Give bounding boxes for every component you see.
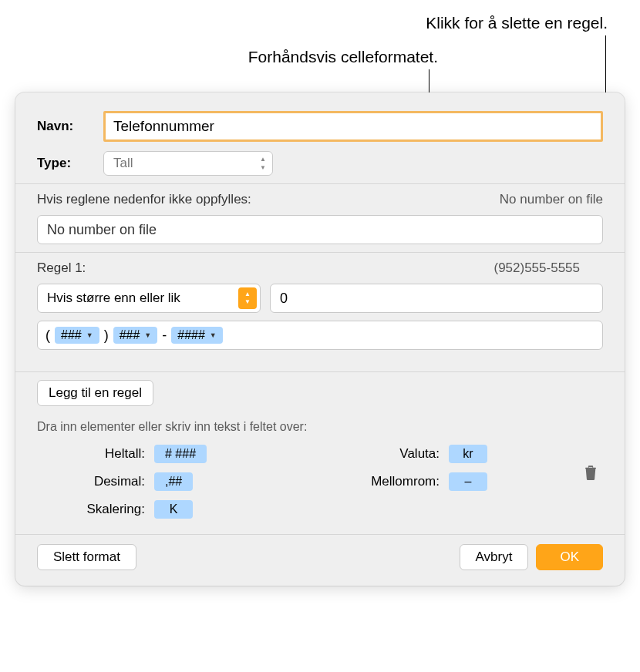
delete-format-button[interactable]: Slett format bbox=[37, 544, 136, 570]
chevron-updown-icon: ▲▼ bbox=[238, 287, 257, 309]
rule-preview: (952)555-5555 bbox=[493, 260, 603, 276]
rule-label: Regel 1: bbox=[37, 260, 86, 276]
divider bbox=[15, 252, 625, 253]
callout-preview-format: Forhåndsvis celleformatet. bbox=[248, 48, 438, 66]
element-label-space: Mellomrom: bbox=[355, 474, 440, 489]
condition-select[interactable]: Hvis større enn eller lik ▲▼ bbox=[37, 284, 261, 313]
element-label-decimal: Desimal: bbox=[60, 474, 145, 489]
custom-format-dialog: Navn: Type: Tall ▲▼ Hvis reglene nedenfo… bbox=[15, 92, 625, 586]
token-text: ### bbox=[120, 328, 140, 342]
add-rule-button[interactable]: Legg til en regel bbox=[37, 380, 153, 406]
element-token-space[interactable]: – bbox=[449, 472, 487, 491]
type-value: Tall bbox=[113, 156, 133, 171]
literal-close-paren: ) bbox=[104, 328, 109, 344]
element-token-integer[interactable]: # ### bbox=[154, 445, 207, 463]
element-token-currency[interactable]: kr bbox=[449, 445, 487, 463]
chevron-down-icon: ▼ bbox=[86, 331, 93, 339]
chevron-updown-icon: ▲▼ bbox=[260, 156, 266, 171]
divider bbox=[15, 371, 625, 372]
chevron-down-icon: ▼ bbox=[144, 331, 151, 339]
trash-icon[interactable] bbox=[583, 464, 598, 481]
callout-delete-rule: Klikk for å slette en regel. bbox=[426, 14, 608, 32]
divider bbox=[15, 183, 625, 184]
element-label-currency: Valuta: bbox=[355, 446, 440, 462]
fallback-input[interactable]: No number on file bbox=[37, 215, 603, 244]
token-text: ### bbox=[61, 328, 82, 342]
ok-button[interactable]: OK bbox=[536, 544, 603, 570]
token-text: #### bbox=[177, 328, 205, 342]
format-token-integer[interactable]: #### ▼ bbox=[171, 327, 223, 344]
fallback-preview: No number on file bbox=[500, 192, 603, 207]
type-label: Type: bbox=[37, 156, 103, 171]
literal-open-paren: ( bbox=[45, 328, 50, 344]
format-pattern-field[interactable]: ( ### ▼ ) ### ▼ - #### ▼ bbox=[37, 321, 603, 350]
format-token-integer[interactable]: ### ▼ bbox=[113, 327, 158, 344]
condition-value-input[interactable] bbox=[270, 284, 603, 313]
fallback-value: No number on file bbox=[47, 222, 157, 238]
condition-value: Hvis større enn eller lik bbox=[47, 291, 180, 306]
format-token-integer[interactable]: ### ▼ bbox=[55, 327, 99, 344]
cancel-button[interactable]: Avbryt bbox=[460, 544, 529, 570]
element-label-integer: Heltall: bbox=[60, 446, 145, 462]
literal-dash: - bbox=[162, 328, 167, 344]
element-token-scale[interactable]: K bbox=[154, 500, 193, 519]
drag-hint: Dra inn elementer eller skriv inn tekst … bbox=[37, 420, 603, 434]
chevron-down-icon: ▼ bbox=[210, 331, 217, 339]
divider bbox=[15, 534, 625, 535]
element-label-scale: Skalering: bbox=[60, 502, 145, 517]
element-token-decimal[interactable]: ,## bbox=[154, 472, 193, 491]
type-select[interactable]: Tall ▲▼ bbox=[103, 151, 273, 176]
name-label: Navn: bbox=[37, 119, 103, 134]
name-input[interactable] bbox=[103, 111, 603, 142]
fallback-label: Hvis reglene nedenfor ikke oppfylles: bbox=[37, 192, 251, 207]
